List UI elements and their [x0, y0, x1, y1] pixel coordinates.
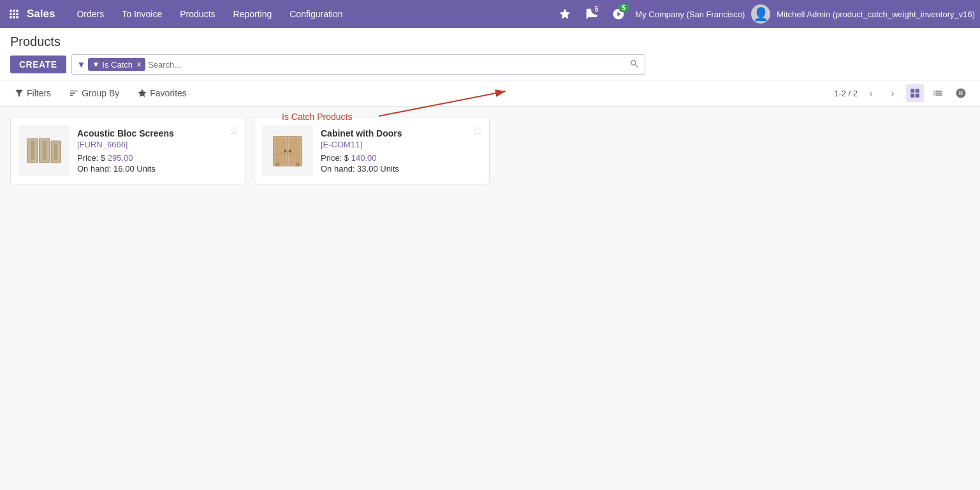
activity-icon-btn[interactable]: 5 [608, 4, 629, 24]
messages-icon-btn[interactable]: 5 [581, 4, 602, 24]
top-menu: Orders To Invoice Products Reporting Con… [68, 0, 555, 28]
menu-item-products[interactable]: Products [171, 0, 224, 28]
controls-left: Filters Group By Favorites [10, 85, 191, 101]
controls-right: 1-2 / 2 ‹ › [834, 84, 970, 102]
svg-rect-7 [54, 144, 57, 160]
favorites-button[interactable]: Favorites [133, 85, 191, 101]
product-favorite-star[interactable]: ☆ [229, 124, 239, 138]
svg-rect-15 [275, 163, 279, 167]
page-toolbar: CREATE ▼ ▼ Is Catch × [10, 54, 970, 80]
filter-tag-label: Is Catch [102, 60, 133, 70]
user-name[interactable]: Mitchell Admin (product_catch_weight_inv… [777, 10, 975, 19]
svg-rect-5 [43, 141, 47, 160]
filters-label: Filters [27, 88, 51, 98]
favorites-label: Favorites [150, 88, 187, 98]
topnav-right: 5 5 My Company (San Francisco) 👤 Mitchel… [555, 4, 975, 24]
star-icon-btn[interactable] [555, 4, 575, 24]
product-info: Cabinet with Doors [E-COM11] Price: $ 14… [321, 128, 481, 174]
filters-button[interactable]: Filters [10, 85, 55, 101]
product-image [18, 125, 69, 176]
search-bar: ▼ ▼ Is Catch × [71, 54, 645, 75]
groupby-label: Group By [82, 88, 119, 98]
controls-row: Filters Group By Favorites 1-2 / 2 ‹ › [0, 80, 980, 107]
kanban-view-button[interactable] [906, 84, 924, 102]
product-stock: On hand: 33.00 Units [321, 164, 481, 174]
product-image [262, 125, 313, 176]
product-price: Price: $ 295.00 [77, 153, 238, 163]
product-favorite-star[interactable]: ☆ [472, 124, 483, 138]
filter-tag-icon: ▼ [92, 60, 99, 69]
product-info: Acoustic Bloc Screens [FURN_6666] Price:… [77, 128, 238, 174]
list-view-button[interactable] [929, 84, 947, 102]
product-image-svg [25, 131, 63, 170]
groupby-button[interactable]: Group By [65, 85, 123, 101]
products-container: Acoustic Bloc Screens [FURN_6666] Price:… [0, 107, 980, 195]
prev-page-button[interactable]: ‹ [863, 85, 879, 101]
product-name: Acoustic Bloc Screens [77, 128, 238, 138]
svg-rect-16 [296, 163, 300, 167]
product-price-value: 140.00 [351, 153, 377, 163]
product-card[interactable]: Cabinet with Doors [E-COM11] Price: $ 14… [254, 117, 490, 184]
product-name: Cabinet with Doors [321, 128, 481, 138]
filter-tag-close-icon[interactable]: × [136, 59, 142, 70]
svg-point-12 [284, 150, 287, 153]
product-card[interactable]: Acoustic Bloc Screens [FURN_6666] Price:… [10, 117, 246, 184]
activity-badge: 5 [618, 4, 629, 12]
search-submit-icon[interactable] [629, 59, 640, 71]
page-title: Products [10, 34, 970, 49]
product-price: Price: $ 140.00 [321, 153, 481, 163]
next-page-button[interactable]: › [884, 85, 901, 101]
messages-badge: 5 [591, 4, 603, 15]
menu-item-to-invoice[interactable]: To Invoice [113, 0, 171, 28]
pagination-info: 1-2 / 2 [834, 89, 858, 98]
svg-point-13 [289, 150, 292, 153]
menu-item-orders[interactable]: Orders [68, 0, 113, 28]
topnav: Sales Orders To Invoice Products Reporti… [0, 0, 980, 28]
app-switcher-icon[interactable] [5, 5, 23, 23]
page-header: Products CREATE ▼ ▼ Is Catch × [0, 28, 980, 80]
svg-rect-3 [31, 141, 34, 160]
company-name[interactable]: My Company (San Francisco) [635, 10, 745, 19]
search-input[interactable] [148, 60, 626, 70]
product-image-svg [268, 131, 307, 170]
product-code: [E-COM11] [321, 140, 481, 149]
menu-item-reporting[interactable]: Reporting [224, 0, 281, 28]
create-button[interactable]: CREATE [10, 56, 66, 73]
menu-item-configuration[interactable]: Configuration [281, 0, 351, 28]
activity-view-button[interactable] [952, 84, 970, 102]
user-avatar[interactable]: 👤 [751, 4, 770, 24]
product-price-value: 295.00 [108, 153, 133, 163]
product-stock: On hand: 16.00 Units [77, 164, 238, 174]
app-brand[interactable]: Sales [27, 8, 55, 20]
product-code: [FURN_6666] [77, 140, 238, 149]
filter-tag-is-catch[interactable]: ▼ Is Catch × [88, 58, 145, 71]
filter-icon: ▼ [77, 59, 86, 70]
